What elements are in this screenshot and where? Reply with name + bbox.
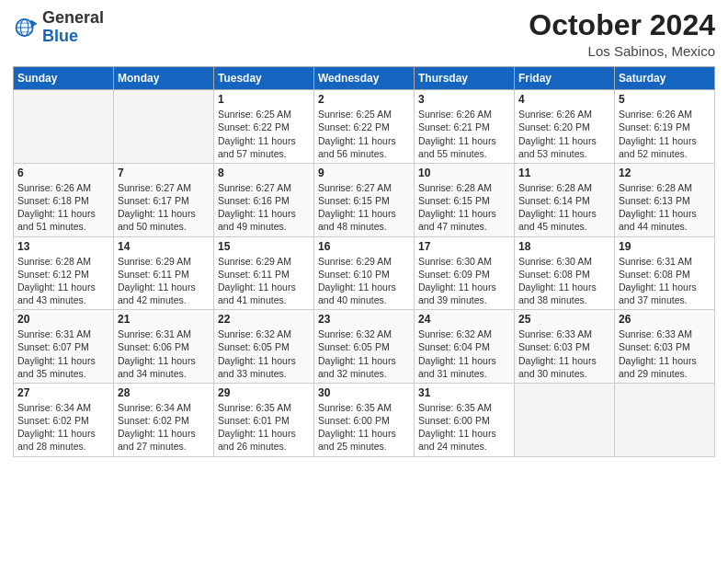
location-title: Los Sabinos, Mexico — [529, 43, 715, 59]
day-number: 26 — [619, 313, 711, 326]
day-info: Sunrise: 6:30 AM Sunset: 6:08 PM Dayligh… — [518, 255, 610, 307]
calendar-cell: 15Sunrise: 6:29 AM Sunset: 6:11 PM Dayli… — [214, 236, 314, 310]
calendar-header-wednesday: Wednesday — [314, 67, 415, 90]
day-number: 8 — [218, 167, 310, 179]
day-number: 21 — [118, 313, 210, 326]
calendar-cell: 29Sunrise: 6:35 AM Sunset: 6:01 PM Dayli… — [214, 383, 314, 456]
calendar-cell: 31Sunrise: 6:35 AM Sunset: 6:00 PM Dayli… — [415, 383, 515, 456]
title-area: October 2024 Los Sabinos, Mexico — [529, 9, 715, 59]
day-info: Sunrise: 6:26 AM Sunset: 6:21 PM Dayligh… — [418, 108, 510, 160]
day-info: Sunrise: 6:32 AM Sunset: 6:05 PM Dayligh… — [218, 327, 310, 380]
day-number: 14 — [118, 240, 210, 253]
calendar-cell: 1Sunrise: 6:25 AM Sunset: 6:22 PM Daylig… — [214, 90, 314, 164]
day-info: Sunrise: 6:26 AM Sunset: 6:19 PM Dayligh… — [619, 108, 711, 160]
calendar-cell: 24Sunrise: 6:32 AM Sunset: 6:04 PM Dayli… — [415, 310, 515, 384]
calendar-header-saturday: Saturday — [615, 67, 715, 90]
day-number: 15 — [218, 240, 310, 253]
month-title: October 2024 — [529, 9, 715, 41]
calendar-cell: 10Sunrise: 6:28 AM Sunset: 6:15 PM Dayli… — [415, 163, 515, 236]
day-number: 5 — [619, 93, 711, 106]
day-info: Sunrise: 6:31 AM Sunset: 6:07 PM Dayligh… — [17, 327, 109, 380]
day-info: Sunrise: 6:33 AM Sunset: 6:03 PM Dayligh… — [518, 327, 610, 380]
calendar-cell: 11Sunrise: 6:28 AM Sunset: 6:14 PM Dayli… — [515, 163, 615, 236]
day-number: 6 — [17, 167, 109, 179]
logo-text: General Blue — [42, 9, 104, 46]
day-info: Sunrise: 6:30 AM Sunset: 6:09 PM Dayligh… — [418, 255, 510, 307]
day-number: 3 — [418, 93, 510, 106]
calendar-header-sunday: Sunday — [14, 67, 114, 90]
calendar-cell: 8Sunrise: 6:27 AM Sunset: 6:16 PM Daylig… — [214, 163, 314, 236]
day-number: 16 — [318, 240, 410, 253]
day-info: Sunrise: 6:32 AM Sunset: 6:04 PM Dayligh… — [418, 327, 510, 380]
day-info: Sunrise: 6:31 AM Sunset: 6:08 PM Dayligh… — [619, 255, 711, 307]
calendar-cell: 22Sunrise: 6:32 AM Sunset: 6:05 PM Dayli… — [214, 310, 314, 384]
calendar-cell: 16Sunrise: 6:29 AM Sunset: 6:10 PM Dayli… — [314, 236, 415, 310]
calendar-cell: 20Sunrise: 6:31 AM Sunset: 6:07 PM Dayli… — [14, 310, 114, 384]
calendar-cell: 3Sunrise: 6:26 AM Sunset: 6:21 PM Daylig… — [415, 90, 515, 164]
day-info: Sunrise: 6:26 AM Sunset: 6:20 PM Dayligh… — [518, 108, 610, 160]
calendar-cell: 2Sunrise: 6:25 AM Sunset: 6:22 PM Daylig… — [314, 90, 415, 164]
day-number: 18 — [518, 240, 610, 253]
calendar-week-row: 1Sunrise: 6:25 AM Sunset: 6:22 PM Daylig… — [14, 90, 715, 164]
day-info: Sunrise: 6:33 AM Sunset: 6:03 PM Dayligh… — [619, 327, 711, 380]
calendar-cell: 13Sunrise: 6:28 AM Sunset: 6:12 PM Dayli… — [14, 236, 114, 310]
logo-general: General — [42, 9, 104, 28]
calendar-header-tuesday: Tuesday — [214, 67, 314, 90]
day-info: Sunrise: 6:29 AM Sunset: 6:11 PM Dayligh… — [118, 255, 210, 307]
day-info: Sunrise: 6:28 AM Sunset: 6:13 PM Dayligh… — [619, 181, 711, 234]
day-number: 13 — [17, 240, 109, 253]
calendar-week-row: 20Sunrise: 6:31 AM Sunset: 6:07 PM Dayli… — [14, 310, 715, 384]
day-info: Sunrise: 6:35 AM Sunset: 6:01 PM Dayligh… — [218, 401, 310, 454]
day-info: Sunrise: 6:31 AM Sunset: 6:06 PM Dayligh… — [118, 327, 210, 380]
calendar-cell: 27Sunrise: 6:34 AM Sunset: 6:02 PM Dayli… — [14, 383, 114, 456]
day-number: 19 — [619, 240, 711, 253]
calendar-week-row: 27Sunrise: 6:34 AM Sunset: 6:02 PM Dayli… — [14, 383, 715, 456]
page: General Blue October 2024 Los Sabinos, M… — [0, 0, 728, 563]
calendar-cell — [515, 383, 615, 456]
generalblue-logo-icon — [13, 15, 39, 40]
day-number: 24 — [418, 313, 510, 326]
day-info: Sunrise: 6:28 AM Sunset: 6:14 PM Dayligh… — [518, 181, 610, 234]
day-info: Sunrise: 6:29 AM Sunset: 6:11 PM Dayligh… — [218, 255, 310, 307]
calendar-header-thursday: Thursday — [415, 67, 515, 90]
day-number: 20 — [17, 313, 109, 326]
day-info: Sunrise: 6:25 AM Sunset: 6:22 PM Dayligh… — [218, 108, 310, 160]
calendar-cell: 21Sunrise: 6:31 AM Sunset: 6:06 PM Dayli… — [114, 310, 214, 384]
calendar-week-row: 6Sunrise: 6:26 AM Sunset: 6:18 PM Daylig… — [14, 163, 715, 236]
calendar-header-friday: Friday — [515, 67, 615, 90]
day-number: 17 — [418, 240, 510, 253]
calendar-cell: 28Sunrise: 6:34 AM Sunset: 6:02 PM Dayli… — [114, 383, 214, 456]
calendar-cell: 17Sunrise: 6:30 AM Sunset: 6:09 PM Dayli… — [415, 236, 515, 310]
calendar-cell — [615, 383, 715, 456]
day-number: 30 — [318, 386, 410, 399]
svg-marker-6 — [31, 19, 38, 27]
day-number: 2 — [318, 93, 410, 106]
calendar-cell: 18Sunrise: 6:30 AM Sunset: 6:08 PM Dayli… — [515, 236, 615, 310]
calendar-cell: 4Sunrise: 6:26 AM Sunset: 6:20 PM Daylig… — [515, 90, 615, 164]
day-number: 28 — [118, 386, 210, 399]
day-info: Sunrise: 6:35 AM Sunset: 6:00 PM Dayligh… — [318, 401, 410, 454]
calendar-cell: 7Sunrise: 6:27 AM Sunset: 6:17 PM Daylig… — [114, 163, 214, 236]
calendar-cell: 25Sunrise: 6:33 AM Sunset: 6:03 PM Dayli… — [515, 310, 615, 384]
header: General Blue October 2024 Los Sabinos, M… — [13, 9, 715, 59]
day-number: 9 — [318, 167, 410, 179]
day-number: 12 — [619, 167, 711, 179]
calendar-cell: 9Sunrise: 6:27 AM Sunset: 6:15 PM Daylig… — [314, 163, 415, 236]
day-number: 29 — [218, 386, 310, 399]
calendar-cell — [114, 90, 214, 164]
day-number: 22 — [218, 313, 310, 326]
day-info: Sunrise: 6:32 AM Sunset: 6:05 PM Dayligh… — [318, 327, 410, 380]
calendar-cell: 6Sunrise: 6:26 AM Sunset: 6:18 PM Daylig… — [14, 163, 114, 236]
calendar-week-row: 13Sunrise: 6:28 AM Sunset: 6:12 PM Dayli… — [14, 236, 715, 310]
calendar-cell: 12Sunrise: 6:28 AM Sunset: 6:13 PM Dayli… — [615, 163, 715, 236]
calendar-cell: 23Sunrise: 6:32 AM Sunset: 6:05 PM Dayli… — [314, 310, 415, 384]
day-info: Sunrise: 6:28 AM Sunset: 6:15 PM Dayligh… — [418, 181, 510, 234]
day-number: 23 — [318, 313, 410, 326]
day-number: 7 — [118, 167, 210, 179]
day-number: 10 — [418, 167, 510, 179]
day-info: Sunrise: 6:27 AM Sunset: 6:16 PM Dayligh… — [218, 181, 310, 234]
day-number: 1 — [218, 93, 310, 106]
calendar-cell: 26Sunrise: 6:33 AM Sunset: 6:03 PM Dayli… — [615, 310, 715, 384]
calendar-header-monday: Monday — [114, 67, 214, 90]
day-info: Sunrise: 6:35 AM Sunset: 6:00 PM Dayligh… — [418, 401, 510, 454]
